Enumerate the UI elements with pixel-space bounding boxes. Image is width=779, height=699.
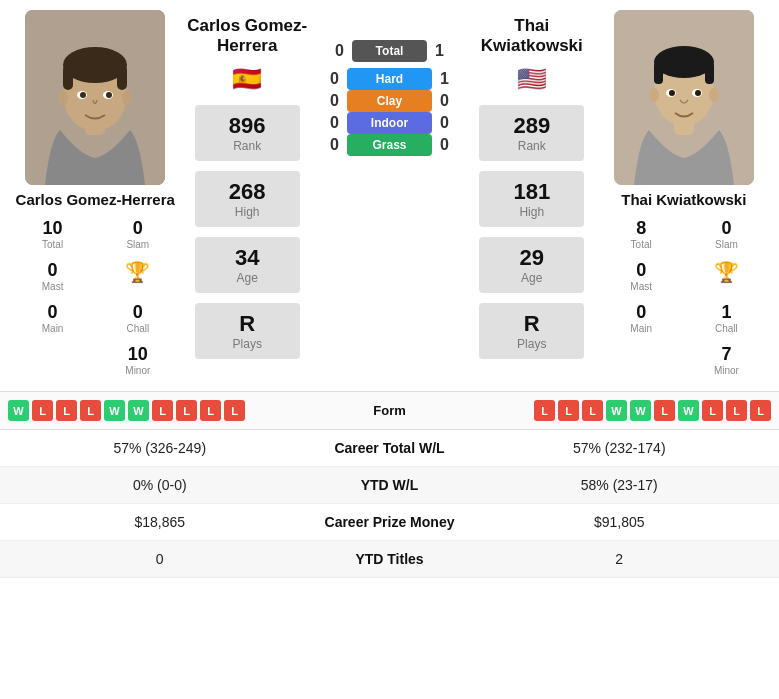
right-form-pill-6: W — [678, 400, 699, 421]
left-chall-val: 0 — [98, 302, 177, 323]
left-player-avatar — [25, 10, 165, 185]
trophy-icon-left: 🏆 — [98, 260, 177, 284]
svg-point-20 — [669, 90, 675, 96]
left-main-stat: 0 Main — [10, 297, 95, 339]
surface-btn-clay[interactable]: Clay — [347, 90, 432, 112]
left-main-val: 0 — [13, 302, 92, 323]
right-mini-stats: 8 Total 0 Slam 0 Mast 🏆 0 Main — [599, 213, 769, 381]
total-score-line: 0 Total 1 — [314, 40, 465, 62]
right-form-pill-9: L — [750, 400, 771, 421]
stat-row-1: 0% (0-0) YTD W/L 58% (23-17) — [0, 467, 779, 504]
left-form-pill-6: L — [152, 400, 173, 421]
right-high-box: 181 High — [479, 171, 584, 227]
surface-row-grass: 0 Grass 0 — [314, 134, 465, 156]
left-form-pill-2: L — [56, 400, 77, 421]
left-total-val: 10 — [13, 218, 92, 239]
left-clay-score: 0 — [314, 92, 339, 110]
left-form-pill-5: W — [128, 400, 149, 421]
left-hard-score: 0 — [314, 70, 339, 88]
left-age-box: 34 Age — [195, 237, 300, 293]
right-name-top: Thai Kwiatkowski — [465, 16, 599, 56]
right-clay-score: 0 — [440, 92, 465, 110]
left-form-pill-9: L — [224, 400, 245, 421]
left-total-stat: 10 Total — [10, 213, 95, 255]
right-form-pill-2: L — [582, 400, 603, 421]
right-mast-lbl: Mast — [602, 281, 681, 292]
srow-mid-3: YTD Titles — [300, 551, 480, 567]
left-total-score: 0 — [319, 42, 344, 60]
right-flag: 🇺🇸 — [517, 65, 547, 93]
right-main-lbl: Main — [602, 323, 681, 334]
surface-row-hard: 0 Hard 1 — [314, 68, 465, 90]
left-rank-lbl: Rank — [215, 139, 280, 153]
left-mast-stat: 0 Mast — [10, 255, 95, 297]
right-age-box: 29 Age — [479, 237, 584, 293]
right-age-val: 29 — [499, 245, 564, 271]
surface-rows: 0 Hard 1 0 Clay 0 0 Indoor 0 0 Grass 0 — [314, 68, 465, 156]
right-age-lbl: Age — [499, 271, 564, 285]
srow-left-1: 0% (0-0) — [20, 477, 300, 493]
right-main-val: 0 — [602, 302, 681, 323]
left-rank-box: 896 Rank — [195, 105, 300, 161]
right-slam-stat: 0 Slam — [684, 213, 769, 255]
svg-point-8 — [80, 92, 86, 98]
right-minor-stat: 7 Minor — [684, 339, 769, 381]
svg-point-9 — [106, 92, 112, 98]
left-form-pill-0: W — [8, 400, 29, 421]
svg-rect-4 — [63, 65, 73, 90]
left-rank-val: 896 — [215, 113, 280, 139]
svg-rect-16 — [654, 62, 663, 84]
srow-mid-2: Career Prize Money — [300, 514, 480, 530]
surface-btn-grass[interactable]: Grass — [347, 134, 432, 156]
right-rank-lbl: Rank — [499, 139, 564, 153]
right-mast-stat: 0 Mast — [599, 255, 684, 297]
left-player-svg — [25, 10, 165, 185]
right-form-pill-5: L — [654, 400, 675, 421]
stat-row-0: 57% (326-249) Career Total W/L 57% (232-… — [0, 430, 779, 467]
left-form-pill-1: L — [32, 400, 53, 421]
right-indoor-score: 0 — [440, 114, 465, 132]
left-high-val: 268 — [215, 179, 280, 205]
right-total-val: 8 — [602, 218, 681, 239]
left-age-lbl: Age — [215, 271, 280, 285]
right-high-val: 181 — [499, 179, 564, 205]
right-slam-lbl: Slam — [687, 239, 766, 250]
right-player-name: Thai Kwiatkowski — [621, 191, 746, 208]
srow-left-2: $18,865 — [20, 514, 300, 530]
left-form-pills: WLLLWWLLLL — [8, 400, 340, 421]
surface-btn-hard[interactable]: Hard — [347, 68, 432, 90]
left-form-pill-3: L — [80, 400, 101, 421]
left-minor-stat: 10 Minor — [95, 339, 180, 381]
surface-btn-indoor[interactable]: Indoor — [347, 112, 432, 134]
left-player-block: Carlos Gomez-Herrera 10 Total 0 Slam 0 M… — [10, 10, 180, 381]
right-player-block: Thai Kwiatkowski 8 Total 0 Slam 0 Mast 🏆 — [599, 10, 769, 381]
left-slam-stat: 0 Slam — [95, 213, 180, 255]
srow-right-1: 58% (23-17) — [480, 477, 760, 493]
right-total-stat: 8 Total — [599, 213, 684, 255]
srow-right-3: 2 — [480, 551, 760, 567]
right-form-pill-7: L — [702, 400, 723, 421]
srow-mid-1: YTD W/L — [300, 477, 480, 493]
right-grass-score: 0 — [440, 136, 465, 154]
left-plays-val: R — [215, 311, 280, 337]
right-rank-val: 289 — [499, 113, 564, 139]
srow-left-3: 0 — [20, 551, 300, 567]
right-empty — [599, 339, 684, 381]
svg-rect-17 — [705, 62, 714, 84]
right-form-pill-3: W — [606, 400, 627, 421]
total-label: Total — [352, 40, 427, 62]
right-hard-score: 1 — [440, 70, 465, 88]
left-chall-lbl: Chall — [98, 323, 177, 334]
right-total-score: 1 — [435, 42, 460, 60]
form-label: Form — [340, 403, 440, 418]
center-col: 0 Total 1 0 Hard 1 0 Clay 0 0 Indoor 0 0… — [314, 10, 465, 381]
right-chall-stat: 1 Chall — [684, 297, 769, 339]
left-minor-lbl: Minor — [98, 365, 177, 376]
right-high-lbl: High — [499, 205, 564, 219]
right-minor-val: 7 — [687, 344, 766, 365]
svg-point-23 — [709, 88, 719, 102]
srow-mid-0: Career Total W/L — [300, 440, 480, 456]
left-total-lbl: Total — [13, 239, 92, 250]
right-form-pill-0: L — [534, 400, 555, 421]
left-stats-col: Carlos Gomez-Herrera 🇪🇸 896 Rank 268 Hig… — [180, 10, 314, 381]
